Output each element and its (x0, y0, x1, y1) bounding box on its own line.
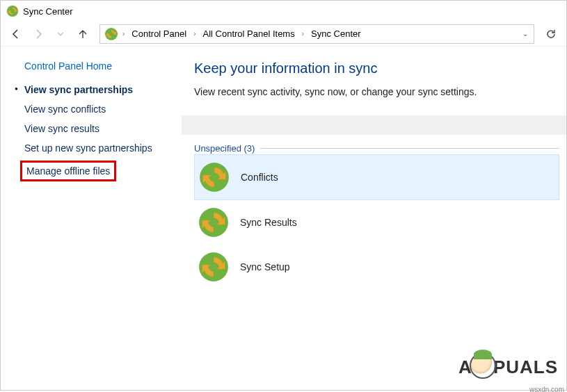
sync-icon (199, 162, 230, 193)
sidebar: Control Panel Home View sync partnership… (1, 47, 182, 390)
sync-icon (198, 252, 229, 282)
main-content: Keep your information in sync View recen… (182, 47, 566, 390)
breadcrumb-control-panel[interactable]: Control Panel (127, 27, 191, 40)
list-item-label: Conflicts (241, 172, 278, 183)
sidebar-item-manage-offline-files[interactable]: Manage offline files (22, 162, 170, 181)
page-heading: Keep your information in sync (194, 60, 559, 76)
control-panel-home-link[interactable]: Control Panel Home (24, 60, 170, 72)
sync-icon (198, 207, 229, 238)
back-button[interactable] (6, 24, 26, 44)
list-item-label: Sync Setup (240, 261, 290, 272)
sidebar-item-setup-partnerships[interactable]: Set up new sync partnerships (24, 142, 170, 154)
sidebar-item-label: View sync conflicts (24, 104, 106, 115)
sync-center-icon (104, 27, 118, 41)
refresh-button[interactable] (541, 24, 561, 44)
address-bar[interactable]: › Control Panel › All Control Panel Item… (99, 24, 534, 44)
chevron-right-icon[interactable]: › (301, 30, 305, 38)
toolbar-band (182, 115, 566, 135)
list-item-label: Sync Results (240, 217, 297, 228)
chevron-right-icon[interactable]: › (121, 30, 126, 38)
watermark-mascot-icon (470, 352, 496, 379)
page-subheading: View recent sync activity, sync now, or … (194, 86, 559, 97)
annotation-highlight: Manage offline files (20, 161, 116, 181)
sidebar-item-label: View sync results (24, 123, 99, 134)
list-item-sync-setup[interactable]: Sync Setup (194, 245, 559, 289)
sidebar-item-view-conflicts[interactable]: View sync conflicts (24, 104, 170, 115)
recent-locations-dropdown[interactable] (51, 24, 70, 44)
sidebar-item-view-partnerships[interactable]: View sync partnerships (24, 84, 170, 95)
group-divider (260, 148, 559, 149)
sidebar-item-label: View sync partnerships (24, 84, 133, 95)
sidebar-item-label: Set up new sync partnerships (24, 142, 152, 154)
address-history-dropdown[interactable]: ⌄ (520, 30, 531, 38)
title-bar: Sync Center (1, 1, 566, 22)
watermark-logo: A PUALS (458, 352, 558, 382)
window-title: Sync Center (23, 6, 73, 17)
forward-button[interactable] (29, 24, 48, 44)
sync-center-icon (6, 5, 19, 17)
chevron-right-icon[interactable]: › (192, 30, 197, 38)
up-button[interactable] (73, 24, 93, 44)
watermark-post: PUALS (493, 357, 558, 378)
list-item-conflicts[interactable]: Conflicts (194, 154, 559, 200)
source-note: wsxdn.com (529, 386, 564, 392)
list-item-sync-results[interactable]: Sync Results (194, 200, 559, 245)
breadcrumb-sync-center[interactable]: Sync Center (307, 27, 365, 40)
navigation-toolbar: › Control Panel › All Control Panel Item… (1, 22, 566, 47)
sidebar-item-label: Manage offline files (26, 165, 110, 177)
sidebar-item-view-results[interactable]: View sync results (24, 123, 170, 134)
breadcrumb-all-items[interactable]: All Control Panel Items (198, 27, 298, 40)
